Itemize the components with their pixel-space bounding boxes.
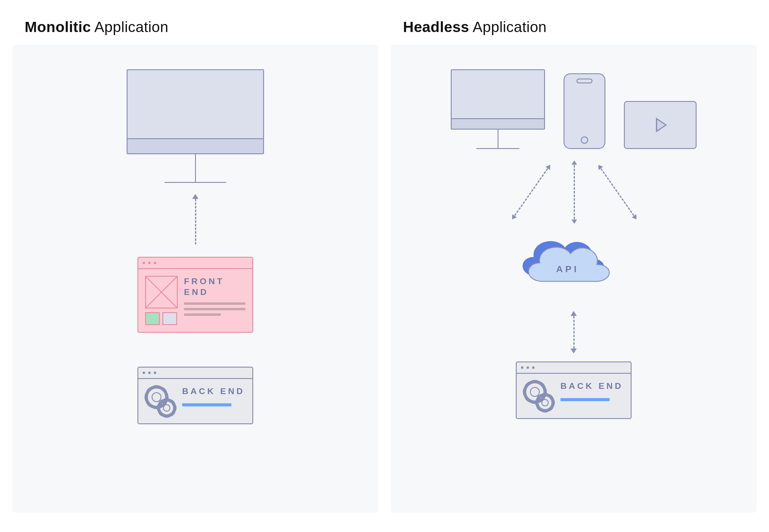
arrow-to-monitor-icon xyxy=(512,165,550,219)
underline-accent xyxy=(182,403,231,406)
phone-icon xyxy=(564,73,605,149)
monolithic-title: Monolitic Application xyxy=(25,18,378,35)
headless-column: Headless Application xyxy=(391,18,757,513)
gears-icon xyxy=(524,381,554,411)
gears-icon xyxy=(145,386,176,417)
frontend-window: FRONT END xyxy=(137,257,253,333)
headless-title: Headless Application xyxy=(403,18,757,35)
cloud-front-icon: API xyxy=(518,235,617,291)
api-label: API xyxy=(518,235,617,291)
swatch-lavender-icon xyxy=(162,312,177,325)
play-icon xyxy=(656,118,667,132)
arrows-fan xyxy=(478,158,669,226)
monolithic-column: Monolitic Application xyxy=(12,18,378,513)
backend-label: BACK END xyxy=(182,386,245,397)
wireframe-icon xyxy=(145,276,178,308)
placeholder-lines xyxy=(184,302,245,316)
arrow-up-icon xyxy=(195,195,196,244)
arrow-to-phone-icon xyxy=(574,161,575,223)
backend-window: BACK END xyxy=(137,367,253,424)
video-player-icon xyxy=(624,101,697,149)
backend-label: BACK END xyxy=(561,381,624,391)
window-titlebar xyxy=(517,362,631,374)
devices-row xyxy=(451,69,697,149)
monolithic-panel: FRONT END BAC xyxy=(12,45,378,513)
arrow-to-video-icon xyxy=(598,165,637,219)
arrow-bi-icon xyxy=(573,312,574,352)
frontend-label: FRONT END xyxy=(184,276,245,297)
underline-accent xyxy=(561,398,610,401)
window-titlebar xyxy=(138,368,252,379)
monitor-icon xyxy=(127,69,264,183)
backend-window: BACK END xyxy=(516,361,632,419)
api-cloud: API xyxy=(518,235,629,303)
swatch-green-icon xyxy=(145,312,160,325)
headless-panel: API BACK END xyxy=(391,45,757,513)
monitor-icon xyxy=(451,69,545,149)
diagram-root: Monolitic Application xyxy=(12,18,757,513)
window-titlebar xyxy=(138,258,252,269)
